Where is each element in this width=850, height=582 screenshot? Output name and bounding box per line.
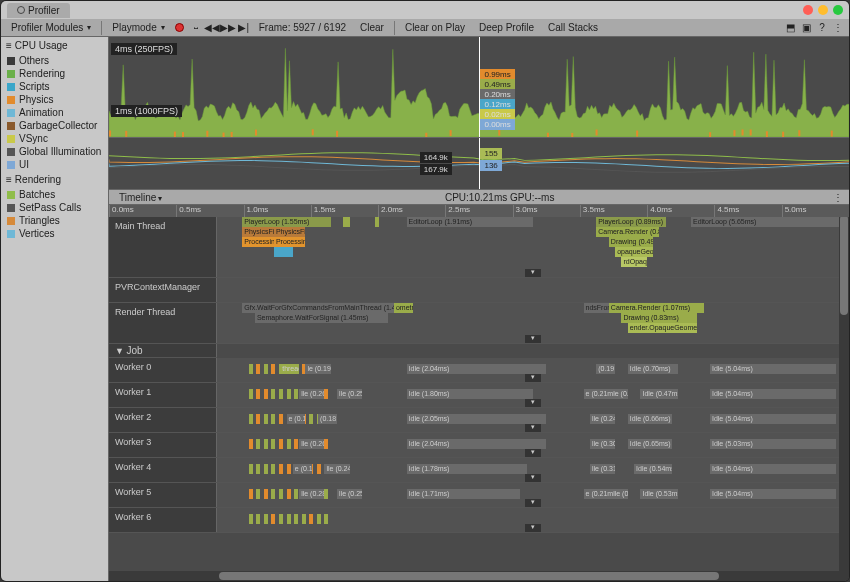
back-button[interactable]: ◀◀ [205, 22, 219, 34]
timeline-view-dropdown[interactable]: Timeline [113, 191, 168, 204]
forward-button[interactable]: ▶▶ [221, 22, 235, 34]
legend-item[interactable]: VSync [1, 132, 108, 145]
expand-icon[interactable]: ▾ [525, 524, 541, 532]
profile-bar[interactable]: Semaphore.WaitForSignal (1.45ms) [255, 313, 388, 323]
expand-icon[interactable]: ▾ [525, 335, 541, 343]
profile-bar[interactable]: le (0.19m [305, 364, 330, 374]
render-thread-track[interactable]: ▾ Gfx.WaitForGfxCommandsFromMainThread (… [217, 303, 849, 343]
expand-icon[interactable]: ▾ [525, 424, 541, 432]
profile-bar[interactable]: Idle (0.54ms) [634, 464, 672, 474]
help-button[interactable]: ? [815, 22, 829, 34]
legend-item[interactable]: Global Illumination [1, 145, 108, 158]
clear-button[interactable]: Clear [354, 20, 390, 35]
profile-bar[interactable]: Idle (5.04ms) [710, 464, 836, 474]
legend-item[interactable]: Scripts [1, 80, 108, 93]
clear-on-play-toggle[interactable]: Clear on Play [399, 20, 471, 35]
call-stacks-toggle[interactable]: Call Stacks [542, 20, 604, 35]
profile-bar[interactable]: Idle (2.05ms) [407, 414, 546, 424]
profile-bar[interactable]: lle (0.26ms [299, 439, 324, 449]
profile-bar[interactable]: ender.OpaqueGeometry (0.77m [628, 323, 698, 333]
profile-bar[interactable]: Drawing (0.83ms) [621, 313, 697, 323]
profile-bar[interactable]: Idle (5.04ms) [710, 364, 836, 374]
vertical-scrollbar[interactable] [839, 205, 849, 571]
cpu-usage-header[interactable]: CPU Usage [1, 37, 108, 54]
current-frame-button[interactable]: ▶| [237, 22, 251, 34]
deep-profile-toggle[interactable]: Deep Profile [473, 20, 540, 35]
profile-bar[interactable]: Idle (2.04ms) [407, 364, 546, 374]
profile-bar[interactable]: Idle (5.04ms) [710, 489, 836, 499]
profile-bar[interactable]: Camera.Render (0.81ms) [596, 227, 659, 237]
legend-item[interactable]: Triangles [1, 214, 108, 227]
profile-bar[interactable]: ometry.s [394, 303, 413, 313]
profile-bar[interactable]: PhysicsFixedUpd [274, 227, 306, 237]
profile-bar[interactable]: Idle (0.66ms) [628, 414, 672, 424]
expand-icon[interactable]: ▾ [525, 269, 541, 277]
rendering-header[interactable]: Rendering [1, 171, 108, 188]
profile-bar[interactable]: Idle (0.53ms) [640, 489, 678, 499]
job-group-label[interactable]: ▼ Job [109, 344, 217, 357]
worker-track[interactable]: ▾ [217, 508, 849, 532]
profile-bar[interactable]: lle (0.24m [324, 464, 349, 474]
horizontal-scrollbar[interactable] [109, 571, 849, 581]
profile-bar[interactable]: Idle (2.04ms) [407, 439, 546, 449]
expand-icon[interactable]: ▾ [525, 474, 541, 482]
worker-track[interactable]: ▾lle (0.28mslle (0.25mIdle (1.71ms)e (0.… [217, 483, 849, 507]
profile-bar[interactable]: e (0.17m [287, 414, 306, 424]
legend-item[interactable]: Physics [1, 93, 108, 106]
profiler-tab[interactable]: Profiler [7, 3, 70, 18]
profile-bar[interactable]: lle (0.30m [590, 439, 615, 449]
profile-bar[interactable]: lle (0.25m [337, 489, 362, 499]
legend-item[interactable]: SetPass Calls [1, 201, 108, 214]
legend-item[interactable]: GarbageCollector [1, 119, 108, 132]
profile-bar[interactable]: opaqueGeometry ( [615, 247, 653, 257]
cpu-usage-chart[interactable]: 4ms (250FPS) 1ms (1000FPS) 0.99ms0.49ms0… [109, 37, 849, 137]
profile-bar[interactable]: PhysicsFixedUpd [242, 227, 274, 237]
pvr-track[interactable] [217, 278, 849, 302]
profile-bar[interactable]: lle (0.24m [590, 414, 615, 424]
expand-icon[interactable]: ▾ [525, 499, 541, 507]
profile-bar[interactable]: lle (0.31ms [590, 464, 615, 474]
profile-bar[interactable] [287, 247, 293, 257]
profile-bar[interactable] [274, 247, 287, 257]
worker-track[interactable]: ▾lle (0.26msIdle (2.04ms)lle (0.30mIdle … [217, 433, 849, 457]
profile-bar[interactable]: Idle (0.47ms) [640, 389, 678, 399]
profile-bar[interactable]: (0.19 [596, 364, 615, 374]
profile-bar[interactable]: PlayerLoop (1.55ms) [242, 217, 330, 227]
profile-bar[interactable] [375, 217, 379, 227]
profile-bar[interactable]: ndsFrom [584, 303, 609, 313]
profile-bar[interactable]: e (0.21mlle (0.22m [584, 489, 628, 499]
profile-bar[interactable]: lle (0.26ms [299, 389, 324, 399]
legend-item[interactable]: Rendering [1, 67, 108, 80]
profile-bar[interactable]: Idle (1.71ms) [407, 489, 521, 499]
profile-bar[interactable]: thread2 [280, 364, 299, 374]
playmode-dropdown[interactable]: Playmode [106, 20, 170, 35]
worker-track[interactable]: ▾lle (0.26mslle (0.25mIdle (1.80ms)e (0.… [217, 383, 849, 407]
profile-bar[interactable]: PlayerLoop (0.89ms) [596, 217, 666, 227]
close-icon[interactable] [803, 5, 813, 15]
worker-track[interactable]: ▾e (0.18mlle (0.24mIdle (1.78ms)lle (0.3… [217, 458, 849, 482]
expand-icon[interactable]: ▾ [525, 449, 541, 457]
worker-track[interactable]: ▾e (0.17m(0.18Idle (2.05ms)lle (0.24mIdl… [217, 408, 849, 432]
profile-bar[interactable]: EditorLoop (5.65ms) [691, 217, 843, 227]
expand-icon[interactable]: ▾ [525, 374, 541, 382]
profile-bar[interactable]: Idle (5.04ms) [710, 389, 836, 399]
rendering-chart[interactable]: 164.9k 167.9k 155 136 [109, 137, 849, 189]
profile-bar[interactable]: Idle (1.80ms) [407, 389, 533, 399]
save-button[interactable]: ▣ [799, 22, 813, 34]
timeline-view[interactable]: 0.0ms0.5ms1.0ms1.5ms2.0ms2.5ms3.0ms3.5ms… [109, 205, 849, 571]
profile-bar[interactable] [343, 217, 349, 227]
legend-item[interactable]: Batches [1, 188, 108, 201]
record-button[interactable] [173, 22, 187, 34]
profile-bar[interactable]: rdOpaque.Ren [621, 257, 646, 267]
worker-track[interactable]: ▾thread2le (0.19mIdle (2.04ms)(0.19Idle … [217, 358, 849, 382]
profile-bar[interactable]: lle (0.25m [337, 389, 362, 399]
profile-bar[interactable]: Gfx.WaitForGfxCommandsFromMainThread (1.… [242, 303, 394, 313]
menu-button[interactable]: ⋮ [831, 22, 845, 34]
legend-item[interactable]: UI [1, 158, 108, 171]
profile-bar[interactable]: lle (0.28ms [299, 489, 324, 499]
main-thread-track[interactable]: ▾ PlayerLoop (1.55ms)PhysicsFixedUpdPhys… [217, 217, 849, 277]
profile-bar[interactable]: Idle (0.70ms) [628, 364, 679, 374]
profile-bar[interactable]: Processing ( [274, 237, 306, 247]
maximize-icon[interactable] [833, 5, 843, 15]
profiler-modules-dropdown[interactable]: Profiler Modules [5, 20, 97, 35]
